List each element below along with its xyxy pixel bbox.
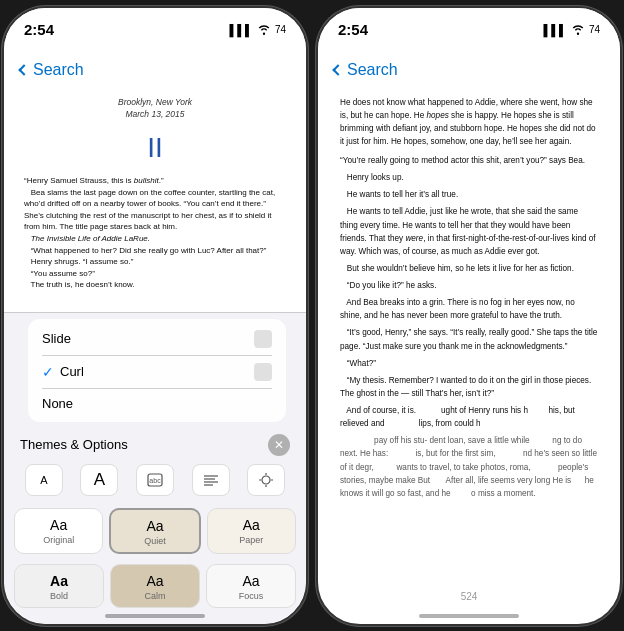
page-number: 524 (461, 591, 478, 602)
theme-calm[interactable]: Aa Calm (110, 564, 200, 608)
book-paragraph-13: pay off his stu- dent loan, save a littl… (340, 434, 598, 500)
transition-selector: Slide ✓ Curl None (28, 319, 286, 422)
book-paragraph-7: “Do you like it?” he asks. (340, 279, 598, 292)
font-large-button[interactable]: A (80, 464, 118, 496)
book-location: Brooklyn, New YorkMarch 13, 2015 (24, 96, 286, 122)
nav-bar-left[interactable]: Search (4, 52, 306, 88)
time-right: 2:54 (338, 21, 368, 38)
status-bar-right: 2:54 ▌▌▌ 74 (318, 8, 620, 52)
font-small-button[interactable]: A (25, 464, 63, 496)
home-indicator-right (419, 614, 519, 618)
status-bar-left: 2:54 ▌▌▌ 74 (4, 8, 306, 52)
back-button-left[interactable]: Search (20, 61, 84, 79)
theme-focus[interactable]: Aa Focus (206, 564, 296, 608)
slide-label: Slide (42, 331, 71, 346)
theme-original-label: Original (21, 535, 96, 545)
book-content-right: He does not know what happened to Addie,… (318, 88, 620, 608)
close-button[interactable]: ✕ (268, 434, 290, 456)
theme-focus-aa: Aa (213, 573, 289, 589)
theme-calm-aa: Aa (117, 573, 193, 589)
book-paragraph-9: “It’s good, Henry,” she says. “It’s real… (340, 326, 598, 352)
chevron-left-icon-right (332, 64, 343, 75)
book-content-left: Brooklyn, New YorkMarch 13, 2015 II “Hen… (4, 88, 306, 348)
theme-quiet-aa: Aa (117, 518, 192, 534)
right-phone: 2:54 ▌▌▌ 74 Search He does not know what… (316, 6, 622, 626)
font-style-button[interactable]: abc (136, 464, 174, 496)
font-controls: A A abc (4, 460, 306, 504)
book-paragraph-3: Henry looks up. (340, 171, 598, 184)
bottom-panel: Slide ✓ Curl None (4, 312, 306, 624)
theme-paper[interactable]: Aa Paper (207, 508, 296, 554)
theme-calm-label: Calm (117, 591, 193, 601)
wifi-icon (257, 23, 271, 37)
nav-bar-right[interactable]: Search (318, 52, 620, 88)
checkmark-icon: ✓ (42, 364, 54, 380)
theme-row-1: Aa Original Aa Quiet Aa Paper (4, 504, 306, 560)
battery-icon: 74 (275, 24, 286, 35)
home-indicator-left (105, 614, 205, 618)
theme-original[interactable]: Aa Original (14, 508, 103, 554)
theme-paper-aa: Aa (214, 517, 289, 533)
svg-text:abc: abc (149, 477, 161, 484)
theme-paper-label: Paper (214, 535, 289, 545)
theme-bold[interactable]: Aa Bold (14, 564, 104, 608)
wifi-icon-right (571, 23, 585, 37)
themes-title: Themes & Options (20, 437, 128, 452)
svg-point-6 (262, 476, 270, 484)
book-paragraph-6: But she wouldn’t believe him, so he lets… (340, 262, 598, 275)
curl-label: Curl (60, 364, 84, 379)
brightness-button[interactable] (247, 464, 285, 496)
theme-bold-aa: Aa (21, 573, 97, 589)
theme-quiet-label: Quiet (117, 536, 192, 546)
book-paragraph-5: He wants to tell Addie, just like he wro… (340, 205, 598, 258)
chapter-number: II (24, 127, 286, 169)
battery-icon-right: 74 (589, 24, 600, 35)
time-left: 2:54 (24, 21, 54, 38)
curl-icon (254, 363, 272, 381)
slide-option[interactable]: Slide (28, 323, 286, 355)
book-paragraph-8: And Bea breaks into a grin. There is no … (340, 296, 598, 322)
text-align-button[interactable] (192, 464, 230, 496)
book-paragraph-11: “My thesis. Remember? I wanted to do it … (340, 374, 598, 400)
back-label-right: Search (347, 61, 398, 79)
chevron-left-icon (18, 64, 29, 75)
theme-original-aa: Aa (21, 517, 96, 533)
status-icons-left: ▌▌▌ 74 (229, 23, 286, 37)
book-paragraph-1: He does not know what happened to Addie,… (340, 96, 598, 149)
signal-icon: ▌▌▌ (229, 24, 252, 36)
app-container: 2:54 ▌▌▌ 74 Search Brooklyn, New YorkMar… (2, 6, 622, 626)
none-option[interactable]: None (28, 389, 286, 418)
book-paragraph-2: “You’re really going to method actor thi… (340, 154, 598, 167)
book-paragraph-10: “What?” (340, 357, 598, 370)
book-text-left: “Henry Samuel Strauss, this is bullshit.… (24, 175, 286, 291)
curl-option[interactable]: ✓ Curl (28, 356, 286, 388)
slide-icon (254, 330, 272, 348)
theme-bold-label: Bold (21, 591, 97, 601)
back-button-right[interactable]: Search (334, 61, 398, 79)
book-paragraph-12: And of course, it is. ught of Henry runs… (340, 404, 598, 430)
theme-quiet[interactable]: Aa Quiet (109, 508, 200, 554)
book-paragraph-4: He wants to tell her it’s all true. (340, 188, 598, 201)
left-phone: 2:54 ▌▌▌ 74 Search Brooklyn, New YorkMar… (2, 6, 308, 626)
back-label-left: Search (33, 61, 84, 79)
none-label: None (42, 396, 73, 411)
status-icons-right: ▌▌▌ 74 (543, 23, 600, 37)
theme-focus-label: Focus (213, 591, 289, 601)
signal-icon-right: ▌▌▌ (543, 24, 566, 36)
themes-header: Themes & Options ✕ (4, 426, 306, 460)
